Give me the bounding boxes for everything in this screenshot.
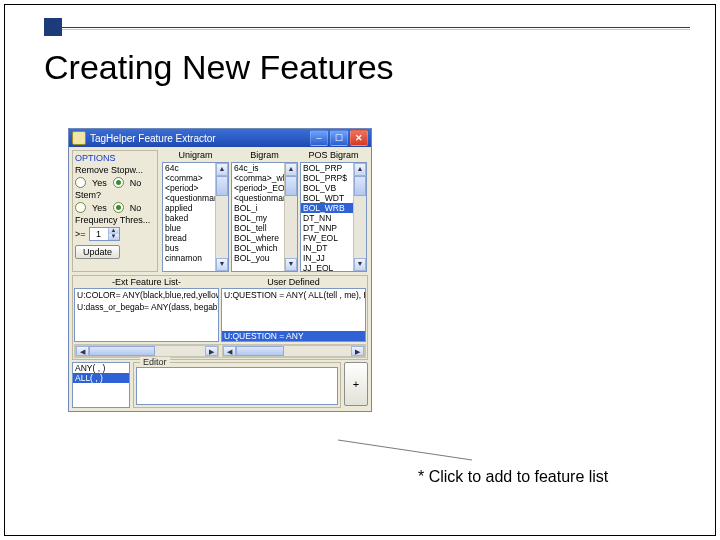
list-item[interactable]: BOL_my — [232, 213, 285, 223]
unigram-column: Unigram 64c <comma> <period> <questionma… — [163, 150, 228, 272]
scrollbar-vertical[interactable]: ▲ ▼ — [215, 163, 228, 271]
pos-bigram-column: POS Bigram BOL_PRP BOL_PRP$ BOL_VB BOL_W… — [301, 150, 366, 272]
user-defined-selected[interactable]: U:QUESTION = ANY — [222, 331, 365, 341]
list-item[interactable]: BOL_WDT — [301, 193, 354, 203]
list-item[interactable]: BOL_PRP$ — [301, 173, 354, 183]
list-item[interactable]: IN_JJ — [301, 253, 354, 263]
pos-bigram-header: POS Bigram — [308, 150, 358, 160]
list-item[interactable]: BOL_i — [232, 203, 285, 213]
list-item[interactable]: <questionmark> — [163, 193, 216, 203]
spinner-down-icon[interactable]: ▼ — [108, 234, 119, 240]
list-item[interactable]: baked — [163, 213, 216, 223]
unigram-listbox[interactable]: 64c <comma> <period> <questionmark> appl… — [162, 162, 229, 272]
close-button[interactable]: ✕ — [350, 130, 368, 146]
user-defined-line[interactable]: U:QUESTION = ANY( ALL(tell , me), BOL — [222, 289, 365, 301]
list-item[interactable]: ALL( , ) — [73, 373, 129, 383]
bigram-header: Bigram — [250, 150, 279, 160]
list-item[interactable]: <period>_EOL — [232, 183, 285, 193]
freq-spinner[interactable]: ▲▼ — [89, 227, 120, 241]
scroll-down-icon[interactable]: ▼ — [285, 258, 297, 271]
list-item[interactable]: <questionmark — [232, 193, 285, 203]
list-item[interactable]: applied — [163, 203, 216, 213]
list-item[interactable]: BOL_VB — [301, 183, 354, 193]
scroll-thumb[interactable] — [216, 176, 228, 196]
user-defined-box[interactable]: U:QUESTION = ANY( ALL(tell , me), BOL U:… — [221, 288, 366, 342]
editor-title: Editor — [140, 357, 170, 367]
pos-bigram-listbox[interactable]: BOL_PRP BOL_PRP$ BOL_VB BOL_WDT BOL_WRB … — [300, 162, 367, 272]
list-item[interactable]: BOL_PRP — [301, 163, 354, 173]
scroll-thumb[interactable] — [354, 176, 366, 196]
scroll-up-icon[interactable]: ▲ — [285, 163, 297, 176]
scroll-thumb[interactable] — [236, 346, 284, 356]
ext-feature-list-title: -Ext Feature List- — [73, 277, 220, 287]
maximize-button[interactable]: ☐ — [330, 130, 348, 146]
freq-op-label: >= — [75, 229, 86, 239]
scroll-thumb[interactable] — [285, 176, 297, 196]
scroll-up-icon[interactable]: ▲ — [354, 163, 366, 176]
template-listbox[interactable]: ANY( , ) ALL( , ) — [72, 362, 130, 408]
scrollbar-horizontal[interactable]: ◀ ▶ — [75, 345, 219, 357]
scroll-thumb[interactable] — [89, 346, 155, 356]
titlebar[interactable]: TagHelper Feature Extractor – ☐ ✕ — [69, 129, 371, 147]
list-item[interactable]: blue — [163, 223, 216, 233]
stem-yes-radio[interactable] — [75, 202, 86, 213]
user-defined-title: User Defined — [220, 277, 367, 287]
freq-input[interactable] — [90, 229, 108, 239]
list-item[interactable]: JJ_EOL — [301, 263, 354, 271]
ext-scrollbars: ◀ ▶ ◀ ▶ — [74, 344, 366, 358]
ext-feature-list-box[interactable]: U:COLOR= ANY(black,blue,red,yellow,wh U:… — [74, 288, 219, 342]
bigram-listbox[interactable]: 64c_is <comma>_whic <period>_EOL <questi… — [231, 162, 298, 272]
list-item[interactable]: 64c_is — [232, 163, 285, 173]
list-item[interactable]: BOL_you — [232, 253, 285, 263]
minimize-button[interactable]: – — [310, 130, 328, 146]
no-label: No — [130, 178, 142, 188]
list-item[interactable]: <comma>_whic — [232, 173, 285, 183]
bigram-column: Bigram 64c_is <comma>_whic <period>_EOL … — [232, 150, 297, 272]
unigram-header: Unigram — [178, 150, 212, 160]
scroll-right-icon[interactable]: ▶ — [351, 346, 364, 356]
scroll-down-icon[interactable]: ▼ — [216, 258, 228, 271]
stem-label: Stem? — [75, 190, 155, 200]
editor-panel: Editor — [133, 362, 341, 408]
scroll-right-icon[interactable]: ▶ — [205, 346, 218, 356]
list-item[interactable]: cinnamon — [163, 253, 216, 263]
scrollbar-vertical[interactable]: ▲ ▼ — [353, 163, 366, 271]
list-item[interactable]: BOL_tell — [232, 223, 285, 233]
remove-stopwords-label: Remove Stopw... — [75, 165, 155, 175]
list-item[interactable]: BOL_WRB — [301, 203, 354, 213]
ext-feature-line[interactable]: U:dass_or_begab= ANY(dass, begab) — [75, 301, 218, 313]
options-group-label: OPTIONS — [75, 153, 155, 163]
editor-textarea[interactable] — [136, 367, 338, 405]
list-item[interactable]: BOL_which — [232, 243, 285, 253]
remove-stopwords-no-radio[interactable] — [113, 177, 124, 188]
app-icon — [72, 131, 86, 145]
stem-no-radio[interactable] — [113, 202, 124, 213]
list-item[interactable]: ANY( , ) — [73, 363, 129, 373]
ext-feature-panel: -Ext Feature List- User Defined U:COLOR=… — [72, 275, 368, 360]
frequency-threshold-label: Frequency Thres... — [75, 215, 155, 225]
scrollbar-vertical[interactable]: ▲ ▼ — [284, 163, 297, 271]
slide-annotation: * Click to add to feature list — [418, 468, 608, 486]
list-item[interactable]: bus — [163, 243, 216, 253]
list-item[interactable]: DT_NN — [301, 213, 354, 223]
scroll-up-icon[interactable]: ▲ — [216, 163, 228, 176]
list-item[interactable]: BOL_where — [232, 233, 285, 243]
list-item[interactable]: DT_NNP — [301, 223, 354, 233]
remove-stopwords-yes-radio[interactable] — [75, 177, 86, 188]
scroll-left-icon[interactable]: ◀ — [223, 346, 236, 356]
list-item[interactable]: FW_EOL — [301, 233, 354, 243]
list-item[interactable]: <comma> — [163, 173, 216, 183]
options-panel: OPTIONS Remove Stopw... Yes No Stem? Yes… — [72, 150, 158, 272]
list-item[interactable]: IN_DT — [301, 243, 354, 253]
ext-feature-line[interactable]: U:COLOR= ANY(black,blue,red,yellow,wh — [75, 289, 218, 301]
slide-corner-square — [44, 18, 62, 36]
scroll-down-icon[interactable]: ▼ — [354, 258, 366, 271]
scroll-left-icon[interactable]: ◀ — [76, 346, 89, 356]
update-button[interactable]: Update — [75, 245, 120, 259]
app-window: TagHelper Feature Extractor – ☐ ✕ OPTION… — [68, 128, 372, 412]
add-to-feature-list-button[interactable]: + — [344, 362, 368, 406]
list-item[interactable]: bread — [163, 233, 216, 243]
list-item[interactable]: 64c — [163, 163, 216, 173]
scrollbar-horizontal[interactable]: ◀ ▶ — [222, 345, 366, 357]
list-item[interactable]: <period> — [163, 183, 216, 193]
